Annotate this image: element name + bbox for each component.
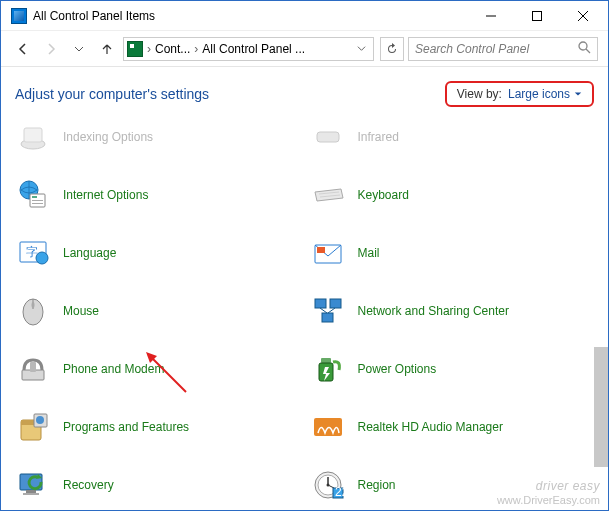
svg-rect-8 bbox=[317, 132, 339, 142]
programs-icon bbox=[15, 409, 51, 445]
item-infrared[interactable]: Infrared bbox=[310, 115, 595, 159]
scrollbar-thumb[interactable] bbox=[594, 347, 608, 467]
navbar: › Cont... › All Control Panel ... Search… bbox=[1, 31, 608, 67]
minimize-button[interactable] bbox=[468, 1, 514, 31]
item-programs-features[interactable]: Programs and Features bbox=[15, 405, 300, 449]
language-icon: 字 bbox=[15, 235, 51, 271]
recent-dropdown[interactable] bbox=[67, 37, 91, 61]
titlebar: All Control Panel Items bbox=[1, 1, 608, 31]
chevron-down-icon[interactable] bbox=[353, 42, 370, 56]
svg-point-18 bbox=[36, 252, 48, 264]
power-icon bbox=[310, 351, 346, 387]
item-realtek-audio[interactable]: Realtek HD Audio Manager bbox=[310, 405, 595, 449]
item-mouse[interactable]: Mouse bbox=[15, 289, 300, 333]
control-panel-icon bbox=[11, 8, 27, 24]
search-placeholder: Search Control Panel bbox=[415, 42, 529, 56]
svg-line-27 bbox=[320, 308, 327, 313]
mouse-icon bbox=[15, 293, 51, 329]
svg-point-45 bbox=[326, 484, 329, 487]
svg-rect-7 bbox=[24, 128, 42, 142]
maximize-button[interactable] bbox=[514, 1, 560, 31]
svg-rect-39 bbox=[26, 490, 36, 493]
realtek-icon bbox=[310, 409, 346, 445]
phone-modem-icon bbox=[15, 351, 51, 387]
svg-rect-30 bbox=[30, 362, 36, 372]
svg-rect-11 bbox=[32, 196, 37, 198]
breadcrumb-segment[interactable]: Cont... bbox=[155, 42, 190, 56]
svg-rect-12 bbox=[32, 200, 43, 201]
svg-rect-24 bbox=[315, 299, 326, 308]
region-icon: 22 bbox=[310, 467, 346, 503]
item-language[interactable]: 字 Language bbox=[15, 231, 300, 275]
mail-icon bbox=[310, 235, 346, 271]
keyboard-icon bbox=[310, 177, 346, 213]
item-mail[interactable]: Mail bbox=[310, 231, 595, 275]
content-area: Adjust your computer's settings View by:… bbox=[1, 67, 608, 510]
indexing-icon bbox=[15, 119, 51, 155]
back-button[interactable] bbox=[11, 37, 35, 61]
svg-rect-40 bbox=[23, 493, 39, 495]
item-internet-options[interactable]: Internet Options bbox=[15, 173, 300, 217]
view-by-label: View by: bbox=[457, 87, 502, 101]
svg-rect-26 bbox=[322, 313, 333, 322]
window-title: All Control Panel Items bbox=[33, 9, 468, 23]
search-input[interactable]: Search Control Panel bbox=[408, 37, 598, 61]
item-network-sharing[interactable]: Network and Sharing Center bbox=[310, 289, 595, 333]
items-grid: Indexing Options Infrared Internet Optio… bbox=[15, 115, 594, 510]
breadcrumb-segment[interactable]: All Control Panel ... bbox=[202, 42, 349, 56]
svg-point-4 bbox=[579, 42, 587, 50]
view-by-dropdown[interactable]: Large icons bbox=[508, 87, 582, 101]
svg-rect-13 bbox=[32, 203, 43, 204]
item-recovery[interactable]: Recovery bbox=[15, 463, 300, 507]
item-indexing-options[interactable]: Indexing Options bbox=[15, 115, 300, 159]
svg-line-28 bbox=[328, 308, 335, 313]
recovery-icon bbox=[15, 467, 51, 503]
svg-point-36 bbox=[36, 416, 44, 424]
internet-options-icon bbox=[15, 177, 51, 213]
svg-rect-31 bbox=[321, 358, 331, 363]
control-panel-icon bbox=[127, 41, 143, 57]
chevron-right-icon: › bbox=[147, 42, 151, 56]
network-icon bbox=[310, 293, 346, 329]
chevron-right-icon: › bbox=[194, 42, 198, 56]
forward-button[interactable] bbox=[39, 37, 63, 61]
close-button[interactable] bbox=[560, 1, 606, 31]
item-phone-modem[interactable]: Phone and Modem bbox=[15, 347, 300, 391]
view-by-control: View by: Large icons bbox=[445, 81, 594, 107]
svg-line-5 bbox=[586, 49, 590, 53]
item-power-options[interactable]: Power Options bbox=[310, 347, 595, 391]
refresh-button[interactable] bbox=[380, 37, 404, 61]
svg-rect-1 bbox=[533, 11, 542, 20]
item-keyboard[interactable]: Keyboard bbox=[310, 173, 595, 217]
item-region[interactable]: 22 Region bbox=[310, 463, 595, 507]
chevron-down-icon bbox=[574, 90, 582, 98]
svg-rect-25 bbox=[330, 299, 341, 308]
search-icon bbox=[578, 41, 591, 57]
svg-text:22: 22 bbox=[335, 485, 345, 499]
infrared-icon bbox=[310, 119, 346, 155]
svg-point-23 bbox=[32, 302, 35, 308]
svg-rect-20 bbox=[317, 247, 325, 253]
page-title: Adjust your computer's settings bbox=[15, 86, 209, 102]
up-button[interactable] bbox=[95, 37, 119, 61]
address-bar[interactable]: › Cont... › All Control Panel ... bbox=[123, 37, 374, 61]
